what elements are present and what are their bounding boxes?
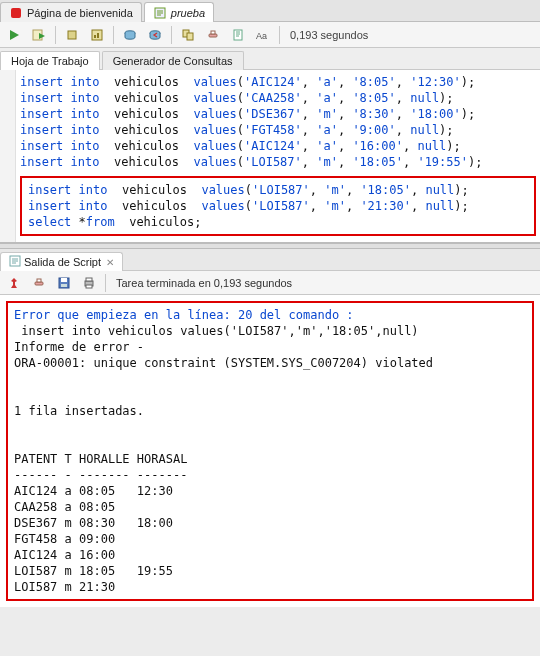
- highlight-box: insert into vehiculos values('LOI587', '…: [20, 176, 536, 236]
- svg-rect-25: [86, 285, 92, 288]
- editor-line: insert into vehiculos values('FGT458', '…: [20, 122, 536, 138]
- output-line: 1 fila insertadas.: [14, 403, 526, 419]
- separator: [171, 26, 172, 44]
- separator: [55, 26, 56, 44]
- svg-rect-7: [94, 35, 96, 38]
- pin-button[interactable]: [4, 273, 24, 293]
- tab-label: prueba: [171, 7, 205, 19]
- svg-rect-19: [37, 279, 41, 282]
- editor-line: insert into vehiculos values('AIC124', '…: [20, 138, 536, 154]
- separator: [113, 26, 114, 44]
- output-status: Tarea terminada en 0,193 segundos: [112, 277, 292, 289]
- oracle-icon: [9, 6, 23, 20]
- run-button[interactable]: [4, 25, 24, 45]
- tab-welcome[interactable]: Página de bienvenida: [0, 2, 142, 22]
- svg-rect-0: [11, 8, 21, 18]
- editor-gutter: [0, 70, 16, 242]
- output-line: CAA258 a 08:05: [14, 499, 526, 515]
- print-output-button[interactable]: [79, 273, 99, 293]
- subtab-querybuilder[interactable]: Generador de Consultas: [102, 51, 244, 70]
- run-script-button[interactable]: [29, 25, 49, 45]
- output-line: insert into vehiculos values('LOI587','m…: [14, 323, 526, 339]
- unshared-sql-button[interactable]: [178, 25, 198, 45]
- output-toolbar: Tarea terminada en 0,193 segundos: [0, 271, 540, 295]
- output-tabs: Salida de Script ✕: [0, 249, 540, 271]
- editor-line: insert into vehiculos values('LOI587', '…: [28, 182, 528, 198]
- separator: [279, 26, 280, 44]
- output-line: [14, 419, 526, 435]
- editor-line: insert into vehiculos values('CAA258', '…: [20, 90, 536, 106]
- output-line: [14, 371, 526, 387]
- output-line: AIC124 a 08:05 12:30: [14, 483, 526, 499]
- clear-output-button[interactable]: [29, 273, 49, 293]
- file-tabs: Página de bienvenida prueba: [0, 0, 540, 22]
- execution-time: 0,193 segundos: [286, 29, 368, 41]
- to-uppercase-button[interactable]: Aa: [253, 25, 273, 45]
- output-line: ORA-00001: unique constraint (SYSTEM.SYS…: [14, 355, 526, 371]
- output-line: LOI587 m 21:30: [14, 579, 526, 595]
- svg-rect-12: [187, 33, 193, 40]
- editor-line: insert into vehiculos values('AIC124', '…: [20, 74, 536, 90]
- rollback-button[interactable]: [145, 25, 165, 45]
- output-highlight-box: Error que empieza en la línea: 20 del co…: [6, 301, 534, 601]
- svg-rect-24: [86, 278, 92, 281]
- tab-label: Página de bienvenida: [27, 7, 133, 19]
- script-output-icon: [9, 255, 21, 269]
- editor-line: select *from vehiculos;: [28, 214, 528, 230]
- autotrace-button[interactable]: [87, 25, 107, 45]
- worksheet-toolbar: Aa 0,193 segundos: [0, 22, 540, 48]
- svg-rect-14: [211, 31, 215, 34]
- tab-label: Salida de Script: [24, 256, 101, 268]
- separator: [105, 274, 106, 292]
- output-line: PATENT T HORALLE HORASAL: [14, 451, 526, 467]
- svg-marker-2: [10, 30, 19, 40]
- output-line: LOI587 m 18:05 19:55: [14, 563, 526, 579]
- output-line: DSE367 m 08:30 18:00: [14, 515, 526, 531]
- save-output-button[interactable]: [54, 273, 74, 293]
- output-line: Informe de error -: [14, 339, 526, 355]
- subtab-worksheet[interactable]: Hoja de Trabajo: [0, 51, 100, 70]
- clear-button[interactable]: [203, 25, 223, 45]
- sql-editor[interactable]: insert into vehiculos values('AIC124', '…: [0, 70, 540, 243]
- explain-plan-button[interactable]: [62, 25, 82, 45]
- svg-text:Aa: Aa: [256, 31, 267, 41]
- output-line: Error que empieza en la línea: 20 del co…: [14, 307, 526, 323]
- close-icon[interactable]: ✕: [106, 257, 114, 268]
- editor-line: insert into vehiculos values('DSE367', '…: [20, 106, 536, 122]
- output-line: [14, 435, 526, 451]
- tab-script-output[interactable]: Salida de Script ✕: [0, 252, 123, 271]
- svg-rect-21: [61, 278, 67, 282]
- output-line: AIC124 a 16:00: [14, 547, 526, 563]
- output-line: FGT458 a 09:00: [14, 531, 526, 547]
- output-line: ------ - ------- -------: [14, 467, 526, 483]
- sql-file-icon: [153, 6, 167, 20]
- svg-rect-5: [68, 31, 76, 39]
- commit-button[interactable]: [120, 25, 140, 45]
- tab-prueba[interactable]: prueba: [144, 2, 214, 22]
- svg-rect-22: [61, 284, 67, 287]
- editor-lines: insert into vehiculos values('AIC124', '…: [20, 74, 536, 170]
- editor-line: insert into vehiculos values('LOI587', '…: [28, 198, 528, 214]
- output-area[interactable]: Error que empieza en la línea: 20 del co…: [0, 295, 540, 607]
- editor-line: insert into vehiculos values('LOI587', '…: [20, 154, 536, 170]
- sql-history-button[interactable]: [228, 25, 248, 45]
- output-line: [14, 387, 526, 403]
- worksheet-subtabs: Hoja de Trabajo Generador de Consultas: [0, 48, 540, 70]
- svg-rect-8: [97, 33, 99, 38]
